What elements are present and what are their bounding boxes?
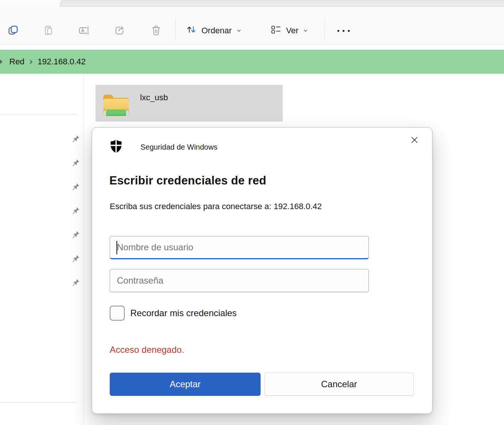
file-item-lxc-usb[interactable]: lxc_usb	[95, 85, 283, 122]
remember-credentials-checkbox[interactable]	[110, 306, 125, 321]
address-bar[interactable]: Red 192.168.0.42	[0, 50, 504, 74]
sidebar-divider	[84, 74, 84, 425]
pin-icon	[72, 254, 80, 263]
view-label: Ver	[286, 26, 298, 36]
paste-button[interactable]	[40, 22, 58, 40]
sort-label: Ordenar	[201, 26, 232, 36]
toolbar-divider	[175, 18, 176, 41]
view-icon	[270, 24, 282, 37]
remember-credentials-label: Recordar mis credenciales	[130, 308, 237, 318]
username-input[interactable]	[110, 236, 369, 259]
pin-icon	[72, 207, 80, 215]
windows-security-dialog: Seguridad de Windows Escribir credencial…	[92, 127, 432, 414]
network-folder-icon	[100, 88, 132, 121]
rename-button[interactable]: A	[75, 22, 93, 40]
pin-icon	[72, 135, 80, 143]
svg-text:A: A	[81, 28, 84, 33]
password-field-wrapper	[110, 269, 369, 292]
windows-security-shield-icon	[110, 139, 122, 155]
copy-icon	[7, 24, 19, 37]
tab-bar-background	[60, 0, 504, 7]
accept-button[interactable]: Aceptar	[110, 373, 261, 396]
username-field-wrapper	[110, 236, 369, 259]
share-icon	[114, 24, 126, 37]
pin-icon	[72, 183, 80, 191]
delete-icon	[150, 24, 162, 37]
copy-button[interactable]	[4, 22, 22, 40]
window-top-strip	[0, 0, 504, 7]
access-denied-error: Acceso denegado.	[110, 345, 184, 355]
pin-icon	[72, 230, 80, 239]
delete-button[interactable]	[147, 22, 165, 40]
file-name-label: lxc_usb	[140, 93, 168, 103]
breadcrumb-item-ip[interactable]: 192.168.0.42	[36, 57, 87, 67]
sidebar-section-divider	[0, 402, 77, 403]
dialog-heading: Escribir credenciales de red	[109, 174, 266, 187]
breadcrumb-item-red[interactable]: Red	[8, 57, 26, 67]
sidebar-section-divider	[0, 114, 77, 114]
cancel-button[interactable]: Cancelar	[264, 373, 414, 396]
dialog-header: Seguridad de Windows	[110, 140, 218, 155]
sort-dropdown-button[interactable]: Ordenar	[186, 20, 242, 41]
close-icon	[410, 135, 419, 146]
chevron-down-icon	[303, 26, 308, 36]
share-button[interactable]	[111, 22, 129, 40]
toolbar-divider	[324, 18, 325, 41]
pin-icon	[72, 278, 80, 287]
chevron-right-icon	[0, 59, 3, 65]
dialog-close-button[interactable]	[406, 132, 423, 149]
rename-icon: A	[78, 24, 90, 37]
sort-icon	[186, 24, 197, 37]
more-options-icon	[337, 30, 350, 32]
password-input[interactable]	[110, 269, 369, 292]
chevron-down-icon	[236, 26, 242, 36]
paste-icon	[43, 24, 55, 37]
explorer-toolbar: A	[0, 7, 504, 45]
view-dropdown-button[interactable]: Ver	[270, 20, 308, 41]
remember-credentials-row[interactable]: Recordar mis credenciales	[110, 306, 237, 321]
chevron-right-icon	[26, 59, 36, 65]
dialog-app-title: Seguridad de Windows	[140, 143, 218, 152]
pin-icon	[72, 159, 80, 167]
more-options-button[interactable]	[334, 22, 352, 40]
dialog-subtitle: Escriba sus credenciales para conectarse…	[110, 202, 322, 211]
text-caret	[116, 241, 117, 254]
